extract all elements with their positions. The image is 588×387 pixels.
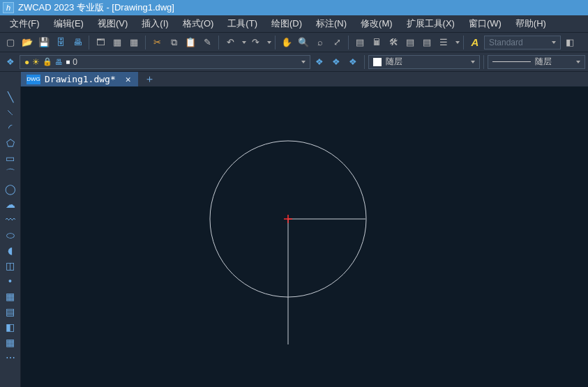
document-tab-label: Drawing1.dwg*	[45, 74, 116, 84]
color-value: 随层	[386, 56, 402, 68]
zoom-realtime-icon[interactable]: 🔍	[296, 35, 311, 50]
menu-dimension[interactable]: 标注(N)	[309, 15, 354, 32]
construction-line-tool[interactable]: ⟍	[1, 105, 20, 120]
layer-color-swatch-icon: ■	[66, 58, 70, 66]
print-icon[interactable]: 🖶	[70, 35, 85, 50]
menu-edit[interactable]: 编辑(E)	[47, 15, 91, 32]
color-dropdown[interactable]: 随层	[368, 55, 480, 69]
polygon-tool[interactable]: ⬠	[1, 135, 20, 151]
toolpalette-icon[interactable]: 🛠	[386, 35, 401, 50]
menu-view[interactable]: 视图(V)	[91, 15, 135, 32]
separator	[348, 36, 349, 50]
chevron-down-icon	[576, 61, 580, 63]
close-tab-icon[interactable]: ✕	[120, 74, 131, 84]
block-tool[interactable]: ◫	[1, 258, 20, 273]
layer-prev-icon[interactable]: ❖	[312, 54, 327, 70]
publish-icon[interactable]: ▦	[126, 35, 142, 50]
menu-draw[interactable]: 绘图(D)	[264, 15, 309, 32]
circle-tool[interactable]: ◯	[1, 181, 20, 197]
undo-icon[interactable]: ↶	[223, 35, 238, 50]
more-tool[interactable]: ⋯	[1, 350, 20, 365]
window-title: ZWCAD 2023 专业版 - [Drawing1.dwg]	[18, 1, 174, 14]
ellipse-arc-tool[interactable]: ◖	[1, 243, 20, 258]
arc2-tool[interactable]: ⌒	[1, 166, 20, 181]
redo-dropdown-icon[interactable]	[267, 41, 271, 44]
chevron-down-icon	[301, 61, 306, 63]
text-style-value: Standard	[489, 38, 523, 47]
spline-tool[interactable]: 〰	[1, 212, 20, 227]
design-center-icon[interactable]: ▤	[402, 35, 418, 50]
dwg-badge-icon: DWG	[27, 75, 40, 84]
menu-modify[interactable]: 修改(M)	[354, 15, 400, 32]
arc-tool[interactable]: ◜	[1, 120, 20, 135]
new-icon[interactable]: ▢	[3, 35, 18, 50]
print-layer-icon: 🖶	[55, 58, 63, 66]
save-icon[interactable]: 💾	[36, 35, 52, 50]
menu-window[interactable]: 窗口(W)	[462, 15, 508, 32]
zoom-extents-icon[interactable]: ⤢	[329, 35, 345, 50]
layer-toolbar: ❖ ● ☀ 🔒 🖶 ■ 0 ❖ ❖ ❖ 随层 随层	[0, 52, 588, 71]
zoom-window-icon[interactable]: ⌕	[312, 35, 328, 50]
menu-help[interactable]: 帮助(H)	[508, 15, 553, 32]
sheetset-icon[interactable]: ▤	[419, 35, 435, 50]
document-tab-bar: DWG Drawing1.dwg* ✕ ＋	[0, 71, 588, 86]
plot-icon[interactable]: ▦	[110, 35, 125, 50]
ellipse-tool[interactable]: ⬭	[1, 227, 20, 243]
bulb-icon: ●	[24, 57, 29, 67]
menu-format[interactable]: 格式(O)	[176, 15, 221, 32]
separator	[275, 36, 276, 50]
line-tool[interactable]: ╲	[1, 89, 20, 105]
menu-insert[interactable]: 插入(I)	[135, 15, 175, 32]
menu-file[interactable]: 文件(F)	[3, 15, 47, 32]
redo-icon[interactable]: ↷	[248, 35, 263, 50]
dimstyle-icon[interactable]: ◧	[562, 35, 578, 50]
text-style-a-icon[interactable]: A	[467, 35, 483, 50]
layer-iso-icon[interactable]: ❖	[345, 54, 361, 70]
chevron-down-icon	[552, 41, 556, 44]
revcloud-tool[interactable]: ☁	[1, 197, 20, 212]
undo-dropdown-icon[interactable]	[242, 41, 246, 44]
separator	[364, 55, 365, 69]
calc-icon[interactable]: 🖩	[369, 35, 384, 50]
point-tool[interactable]: •	[1, 273, 20, 289]
properties-icon[interactable]: ▤	[352, 35, 368, 50]
table-tool[interactable]: ▦	[1, 335, 20, 350]
layer-name: 0	[73, 57, 77, 67]
lock-icon: 🔒	[43, 57, 52, 66]
menu-bar: 文件(F) 编辑(E) 视图(V) 插入(I) 格式(O) 工具(T) 绘图(D…	[0, 15, 588, 32]
layers-dropdown-icon[interactable]	[455, 41, 460, 44]
lineweight-dropdown[interactable]: 随层	[488, 55, 585, 69]
paste-icon[interactable]: 📋	[183, 35, 198, 50]
cut-icon[interactable]: ✂	[149, 35, 165, 50]
hatch-tool[interactable]: ▦	[1, 289, 20, 304]
saveall-icon[interactable]: 🗄	[53, 35, 68, 50]
layer-state-icon[interactable]: ❖	[329, 54, 344, 70]
pan-icon[interactable]: ✋	[279, 35, 294, 50]
draw-toolbar: ╲⟍◜⬠▭⌒◯☁〰⬭◖◫•▦▤◧▦⋯	[0, 86, 21, 387]
drawing-canvas[interactable]	[21, 86, 588, 387]
layers-icon[interactable]: ☰	[436, 35, 451, 50]
color-swatch-icon	[373, 58, 382, 66]
open-icon[interactable]: 📂	[20, 35, 35, 50]
gradient-tool[interactable]: ▤	[1, 304, 20, 319]
menu-tools[interactable]: 工具(T)	[220, 15, 264, 32]
separator	[483, 55, 484, 69]
lineweight-sample-icon	[492, 61, 531, 62]
document-tab-drawing1[interactable]: DWG Drawing1.dwg* ✕	[21, 72, 138, 86]
standard-toolbar: ▢ 📂 💾 🗄 🖶 🗔 ▦ ▦ ✂ ⧉ 📋 ✎ ↶ ↷ ✋ 🔍 ⌕ ⤢ ▤ 🖩 …	[0, 32, 588, 52]
rectangle-tool[interactable]: ▭	[1, 151, 20, 166]
preview-icon[interactable]: 🗔	[93, 35, 108, 50]
region-tool[interactable]: ◧	[1, 319, 20, 335]
copy-icon[interactable]: ⧉	[166, 35, 181, 50]
chevron-down-icon	[471, 61, 475, 63]
text-style-dropdown[interactable]: Standard	[484, 36, 561, 50]
sun-icon: ☀	[32, 57, 40, 67]
layer-manager-icon[interactable]: ❖	[3, 54, 18, 70]
match-prop-icon[interactable]: ✎	[199, 35, 215, 50]
layer-dropdown[interactable]: ● ☀ 🔒 🖶 ■ 0	[20, 55, 310, 69]
separator	[218, 36, 219, 50]
new-tab-button[interactable]: ＋	[142, 72, 158, 86]
lineweight-value: 随层	[535, 56, 552, 68]
menu-extended[interactable]: 扩展工具(X)	[400, 15, 462, 32]
separator	[89, 36, 89, 50]
